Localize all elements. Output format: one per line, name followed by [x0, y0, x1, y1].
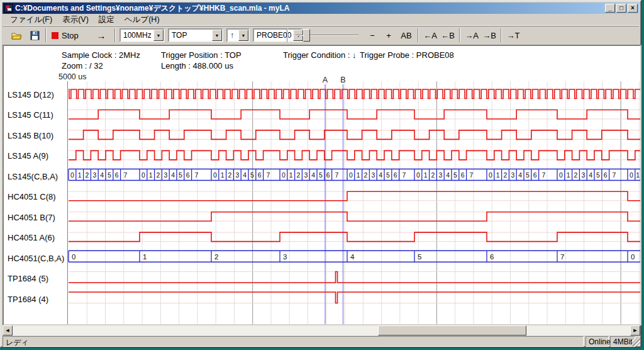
svg-text:7: 7	[470, 171, 474, 179]
svg-text:1: 1	[149, 171, 153, 179]
open-button[interactable]	[9, 28, 25, 42]
waveform-canvas[interactable]: AB5000 us0123456701234567012345670123456…	[54, 71, 641, 325]
set-b-button[interactable]: ←B	[439, 28, 457, 42]
ab-button[interactable]: AB	[397, 28, 415, 42]
svg-text:6: 6	[394, 171, 397, 179]
svg-text:1: 1	[424, 171, 428, 179]
channel-label: TP1684 (5)	[8, 274, 48, 283]
scroll-right-button[interactable]: ▶	[630, 325, 640, 336]
app-icon	[4, 4, 13, 13]
scrollbar-thumb[interactable]	[378, 325, 526, 336]
svg-text:1: 1	[289, 171, 293, 179]
run-button[interactable]: →	[91, 28, 112, 42]
save-button[interactable]	[26, 28, 43, 42]
svg-text:4: 4	[589, 171, 592, 179]
svg-text:6: 6	[258, 171, 262, 179]
menu-bar: ファイル(F) 表示(V) 設定 ヘルプ(H)	[3, 14, 639, 25]
svg-text:3: 3	[581, 171, 585, 179]
chevron-down-icon[interactable]: ▼	[153, 30, 164, 41]
svg-text:0: 0	[489, 171, 492, 179]
close-button[interactable]: ×	[628, 4, 638, 13]
minimize-button[interactable]: _	[605, 4, 615, 13]
svg-text:4: 4	[100, 171, 104, 179]
svg-text:0: 0	[349, 171, 353, 179]
channel-label: LS145 A(9)	[8, 151, 48, 161]
title-bar: C:¥Documents and Settings¥noname¥デスクトップ¥…	[3, 3, 639, 14]
svg-text:2: 2	[157, 171, 160, 179]
svg-text:7: 7	[402, 171, 406, 179]
toolbar: Stop → 100MHz ▼ TOP ▼ ↑ ▼ PROBE00 ▼ − + …	[3, 25, 639, 45]
svg-text:6: 6	[115, 171, 119, 179]
window-title: C:¥Documents and Settings¥noname¥デスクトップ¥…	[15, 3, 605, 14]
svg-text:2: 2	[574, 171, 578, 179]
channel-label: LS145(C,B,A)	[8, 172, 58, 181]
svg-text:5: 5	[418, 253, 421, 261]
svg-text:7: 7	[613, 171, 616, 179]
zoom-out-button[interactable]: −	[365, 28, 380, 42]
maximize-button[interactable]: □	[616, 4, 626, 13]
trigger-probe-info: Trigger Probe : PROBE08	[360, 50, 454, 60]
svg-text:2: 2	[228, 171, 232, 179]
slider-thumb[interactable]	[303, 29, 310, 42]
trigger-condition-info: Trigger Condition : ↓	[283, 50, 357, 60]
menu-file[interactable]: ファイル(F)	[6, 14, 57, 26]
svg-text:6: 6	[533, 171, 537, 179]
svg-text:0: 0	[142, 171, 145, 179]
svg-text:7: 7	[267, 171, 270, 179]
svg-text:4: 4	[311, 171, 315, 179]
menu-view[interactable]: 表示(V)	[58, 14, 93, 26]
svg-text:2: 2	[504, 171, 508, 179]
svg-text:6: 6	[326, 171, 330, 179]
stop-button[interactable]: Stop	[52, 28, 79, 42]
resize-grip[interactable]	[632, 338, 640, 346]
channel-label: TP1684 (4)	[8, 295, 48, 304]
goto-a-button[interactable]: →A	[463, 28, 480, 42]
svg-text:2: 2	[431, 171, 435, 179]
svg-text:7: 7	[124, 171, 128, 179]
scroll-left-button[interactable]: ◀	[3, 325, 13, 336]
channel-label: LS145 B(10)	[8, 131, 53, 140]
svg-text:1: 1	[357, 171, 360, 179]
channel-label: LS145 C(11)	[8, 110, 53, 120]
svg-text:7: 7	[335, 171, 339, 179]
toolbar-separator	[45, 28, 47, 42]
svg-text:1: 1	[221, 171, 225, 179]
svg-text:5: 5	[108, 171, 111, 179]
channel-label: HC4051 C(8)	[8, 192, 56, 201]
horizontal-scrollbar[interactable]: ◀ ▶	[3, 325, 640, 336]
trigger-edge-combo[interactable]: ↑ ▼	[226, 28, 250, 42]
svg-text:3: 3	[438, 171, 442, 179]
svg-text:1: 1	[78, 171, 82, 179]
toolbar-separator	[418, 28, 419, 42]
app-window: C:¥Documents and Settings¥noname¥デスクトップ¥…	[0, 0, 641, 347]
channel-label: HC4051 B(7)	[8, 213, 55, 222]
trigger-position-combo[interactable]: TOP ▼	[168, 28, 223, 42]
chevron-down-icon[interactable]: ▼	[212, 30, 222, 41]
stop-icon	[52, 32, 58, 39]
save-floppy-icon	[30, 31, 40, 40]
svg-text:3: 3	[235, 171, 239, 179]
goto-b-button[interactable]: →B	[480, 28, 498, 42]
svg-text:5: 5	[526, 171, 530, 179]
svg-text:4: 4	[379, 171, 382, 179]
svg-text:2: 2	[86, 171, 89, 179]
chevron-down-icon[interactable]: ▼	[238, 30, 248, 41]
toolbar-separator	[114, 28, 116, 42]
menu-help[interactable]: ヘルプ(H)	[120, 14, 164, 26]
goto-trigger-button[interactable]: →T	[504, 28, 522, 42]
status-online: Online	[586, 336, 609, 347]
zoom-in-button[interactable]: +	[381, 28, 396, 42]
zoom-slider[interactable]	[296, 28, 358, 42]
svg-text:0: 0	[70, 171, 74, 179]
svg-text:6: 6	[490, 253, 494, 261]
svg-text:4: 4	[243, 171, 247, 179]
sample-clock-combo[interactable]: 100MHz ▼	[119, 28, 165, 42]
svg-text:0: 0	[630, 171, 633, 179]
svg-text:1: 1	[636, 171, 640, 179]
svg-text:4: 4	[350, 253, 355, 261]
svg-text:5: 5	[250, 171, 254, 179]
menu-settings[interactable]: 設定	[94, 14, 119, 26]
svg-text:2: 2	[297, 171, 301, 179]
length-info: Length : 488.000 us	[161, 61, 233, 71]
set-a-button[interactable]: ←A	[421, 28, 439, 42]
